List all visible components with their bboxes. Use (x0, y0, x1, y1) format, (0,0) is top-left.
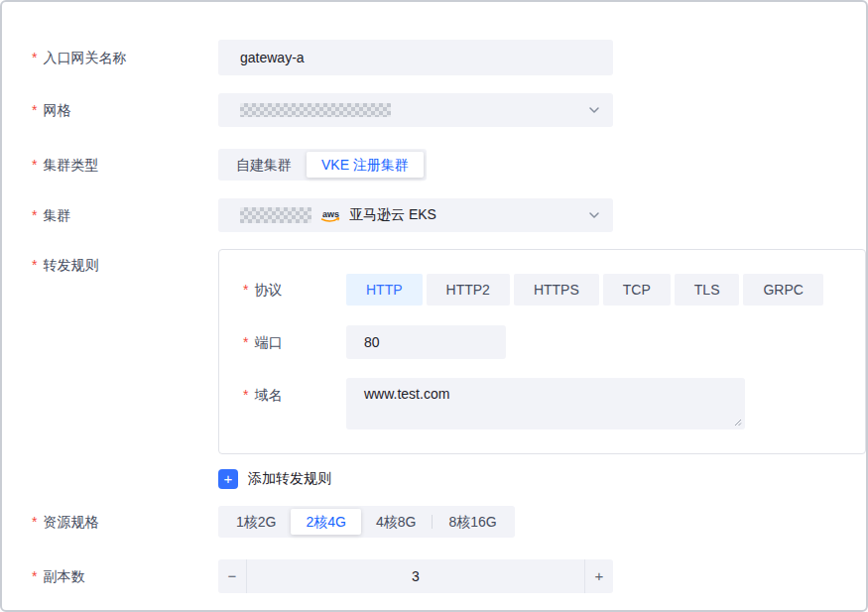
panel-row-port: * 端口 (243, 325, 841, 359)
panel-row-domain: * 域名 www.test.com (243, 378, 841, 429)
form-row-forwarding-rules: * 转发规则 * 协议 HTTP HTTP2 HTTPS TCP TLS (32, 249, 866, 454)
protocol-label-group: * 协议 (243, 274, 346, 300)
form-row-resource-spec: * 资源规格 1核2G 2核4G 4核8G 8核16G (32, 506, 866, 538)
resource-spec-label: 资源规格 (43, 512, 98, 532)
gateway-name-input[interactable] (218, 40, 613, 75)
form-row-replicas: * 副本数 − 3 + (32, 559, 866, 593)
required-marker: * (32, 255, 37, 275)
resource-spec-option-2c4g[interactable]: 2核4G (291, 509, 360, 535)
create-ingress-gateway-form: * 入口网关名称 * 网格 * 集群类型 (0, 0, 868, 612)
resource-spec-option-1c2g[interactable]: 1核2G (221, 509, 291, 535)
required-marker: * (32, 512, 37, 532)
cluster-label-group: * 集群 (32, 198, 218, 225)
protocol-option-tcp[interactable]: TCP (603, 274, 671, 306)
cluster-select-value: aws 亚马逊云 EKS (240, 206, 587, 224)
form-row-add-rule: + 添加转发规则 (32, 469, 866, 489)
forwarding-rules-label: 转发规则 (43, 255, 98, 275)
minus-icon[interactable]: − (218, 559, 246, 593)
resource-spec-segmented-control: 1核2G 2核4G 4核8G 8核16G (218, 506, 515, 538)
protocol-option-http[interactable]: HTTP (346, 274, 423, 306)
protocol-label: 协议 (254, 280, 282, 300)
port-input[interactable] (346, 325, 506, 359)
protocol-option-grpc[interactable]: GRPC (743, 274, 822, 306)
domain-input-wrapper: www.test.com (346, 378, 745, 429)
mesh-select-value (240, 103, 587, 117)
cluster-type-segmented-control: 自建集群 VKE 注册集群 (218, 149, 427, 181)
cluster-select[interactable]: aws 亚马逊云 EKS (218, 198, 613, 232)
domain-textarea[interactable]: www.test.com (346, 378, 745, 429)
form-row-gateway-name: * 入口网关名称 (32, 40, 866, 75)
required-marker: * (32, 155, 37, 175)
chevron-down-icon (587, 103, 601, 117)
cluster-type-option-self-built[interactable]: 自建集群 (221, 152, 307, 178)
required-marker: * (243, 280, 248, 300)
mesh-label: 网格 (43, 100, 70, 120)
gateway-name-label: 入口网关名称 (43, 48, 126, 67)
required-marker: * (243, 385, 248, 405)
cluster-type-label-group: * 集群类型 (32, 149, 218, 175)
replicas-label-group: * 副本数 (32, 559, 218, 586)
plus-icon: + (218, 469, 238, 489)
resource-spec-label-group: * 资源规格 (32, 506, 218, 532)
replicas-label: 副本数 (43, 566, 84, 586)
cluster-label: 集群 (43, 205, 70, 225)
panel-row-protocol: * 协议 HTTP HTTP2 HTTPS TCP TLS GRPC (243, 274, 841, 306)
resize-handle-icon[interactable] (734, 419, 742, 427)
cluster-type-option-vke-registered[interactable]: VKE 注册集群 (307, 152, 424, 178)
port-label: 端口 (254, 332, 282, 352)
required-marker: * (32, 48, 37, 67)
required-marker: * (243, 332, 248, 352)
protocol-option-tls[interactable]: TLS (675, 274, 740, 306)
replicas-value[interactable]: 3 (246, 559, 585, 593)
form-row-cluster: * 集群 aws 亚马逊云 EKS (32, 198, 866, 232)
add-forwarding-rule-button[interactable]: + 添加转发规则 (218, 469, 331, 489)
aws-logo-icon: aws (319, 207, 341, 224)
domain-label: 域名 (254, 385, 282, 405)
gateway-name-label-group: * 入口网关名称 (32, 40, 218, 67)
required-marker: * (32, 100, 37, 120)
mesh-label-group: * 网格 (32, 93, 218, 120)
protocol-button-group: HTTP HTTP2 HTTPS TCP TLS GRPC (346, 274, 823, 306)
cluster-type-label: 集群类型 (43, 155, 98, 175)
forwarding-rules-label-group: * 转发规则 (32, 249, 218, 275)
mesh-select[interactable] (218, 93, 613, 127)
forwarding-rule-panel: * 协议 HTTP HTTP2 HTTPS TCP TLS GRPC (218, 249, 866, 454)
protocol-option-https[interactable]: HTTPS (514, 274, 599, 306)
required-marker: * (32, 205, 37, 225)
plus-icon[interactable]: + (585, 559, 613, 593)
protocol-option-http2[interactable]: HTTP2 (427, 274, 510, 306)
form-row-mesh: * 网格 (32, 93, 866, 127)
required-marker: * (32, 566, 37, 586)
segmented-divider (432, 515, 433, 529)
cluster-provider-name: 亚马逊云 EKS (349, 206, 436, 224)
add-forwarding-rule-label: 添加转发规则 (248, 470, 331, 488)
form-row-cluster-type: * 集群类型 自建集群 VKE 注册集群 (32, 149, 866, 181)
replicas-stepper: − 3 + (218, 559, 613, 593)
domain-label-group: * 域名 (243, 378, 346, 405)
resource-spec-option-4c8g[interactable]: 4核8G (361, 509, 431, 535)
chevron-down-icon (587, 208, 601, 222)
form-body: * 入口网关名称 * 网格 * 集群类型 (2, 2, 866, 593)
cluster-redacted-value (240, 207, 311, 223)
mesh-redacted-value (240, 103, 391, 117)
resource-spec-option-8c16g[interactable]: 8核16G (434, 509, 511, 535)
port-label-group: * 端口 (243, 325, 346, 352)
